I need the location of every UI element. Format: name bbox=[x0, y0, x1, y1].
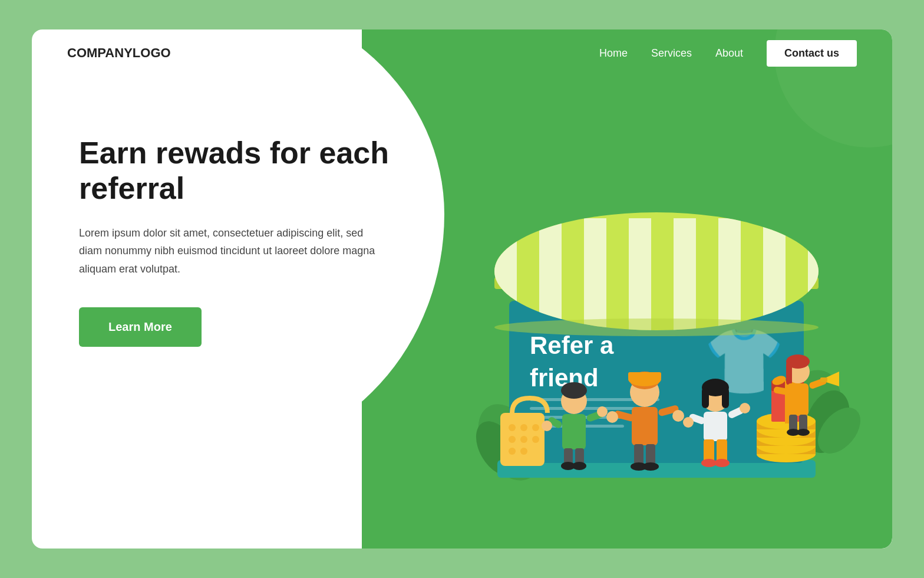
page-card: COMPANYLOGO Home Services About Contact … bbox=[32, 29, 892, 549]
svg-point-72 bbox=[642, 462, 659, 471]
svg-point-68 bbox=[672, 410, 684, 422]
svg-point-82 bbox=[683, 417, 694, 428]
logo-prefix: COMPANY bbox=[67, 45, 133, 60]
svg-rect-76 bbox=[722, 387, 729, 408]
main-illustration: 👕 Refer a friend bbox=[444, 159, 869, 525]
svg-point-33 bbox=[509, 448, 516, 455]
svg-rect-77 bbox=[704, 412, 727, 441]
svg-point-59 bbox=[572, 462, 586, 470]
svg-point-85 bbox=[714, 459, 730, 467]
svg-point-54 bbox=[542, 421, 552, 431]
svg-rect-63 bbox=[628, 372, 661, 379]
hero-title: Earn rewads for each referral bbox=[79, 136, 421, 206]
svg-point-32 bbox=[532, 436, 539, 443]
svg-point-28 bbox=[520, 424, 527, 431]
svg-point-83 bbox=[740, 403, 750, 413]
contact-button[interactable]: Contact us bbox=[767, 40, 857, 67]
svg-point-34 bbox=[520, 448, 527, 455]
svg-point-55 bbox=[597, 406, 608, 417]
svg-point-50 bbox=[561, 382, 587, 399]
svg-rect-75 bbox=[702, 387, 709, 408]
hero-content: Earn rewads for each referral Lorem ipsu… bbox=[79, 136, 421, 347]
svg-point-31 bbox=[520, 436, 527, 443]
learn-more-button[interactable]: Learn More bbox=[79, 307, 202, 347]
svg-rect-64 bbox=[632, 407, 658, 445]
svg-point-67 bbox=[606, 411, 618, 423]
nav-services[interactable]: Services bbox=[651, 47, 692, 60]
navbar: COMPANYLOGO Home Services About Contact … bbox=[32, 29, 892, 77]
hero-description: Lorem ipsum dolor sit amet, consectetuer… bbox=[79, 224, 385, 278]
svg-point-27 bbox=[509, 424, 516, 431]
svg-rect-20 bbox=[629, 218, 651, 336]
svg-rect-21 bbox=[674, 218, 696, 336]
svg-rect-24 bbox=[808, 218, 830, 336]
svg-point-30 bbox=[509, 436, 516, 443]
svg-rect-22 bbox=[718, 218, 741, 336]
svg-rect-51 bbox=[562, 414, 586, 449]
svg-rect-19 bbox=[584, 218, 606, 336]
svg-point-25 bbox=[494, 318, 819, 336]
svg-rect-88 bbox=[786, 362, 792, 385]
company-logo[interactable]: COMPANYLOGO bbox=[67, 45, 171, 61]
nav-about[interactable]: About bbox=[715, 47, 743, 60]
svg-rect-89 bbox=[787, 383, 808, 416]
nav-home[interactable]: Home bbox=[599, 47, 628, 60]
nav-links: Home Services About Contact us bbox=[599, 40, 857, 67]
svg-point-29 bbox=[532, 424, 539, 431]
logo-bold: LOGO bbox=[133, 45, 171, 60]
svg-rect-93 bbox=[820, 377, 827, 382]
svg-point-97 bbox=[797, 429, 810, 436]
